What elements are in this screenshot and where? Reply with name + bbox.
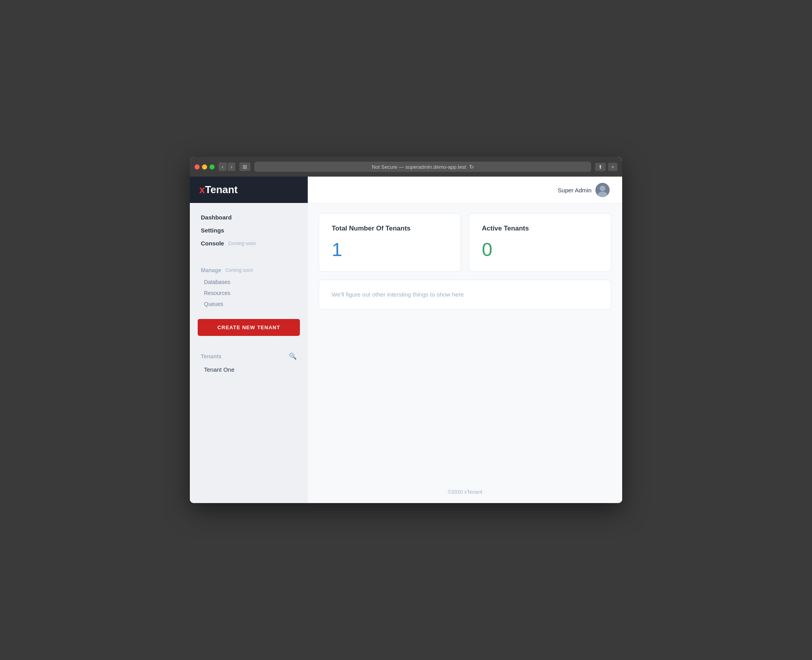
manage-coming-soon: Coming soon [225, 267, 253, 273]
sidebar-footer [190, 428, 308, 503]
manage-section-header: Manage Coming soon [190, 265, 308, 277]
forward-button[interactable]: › [228, 162, 236, 171]
sidebar: xTenant Dashboard Settings Console Comin… [190, 177, 308, 503]
minimize-button[interactable] [202, 164, 207, 170]
sidebar-item-databases[interactable]: Databases [190, 277, 308, 288]
tenants-section-header: Tenants 🔍 [190, 349, 308, 363]
total-tenants-value: 1 [332, 239, 448, 260]
sidebar-nav: Dashboard Settings Console Coming soon [190, 203, 308, 258]
address-text: Not Secure — superadmin.demo-app.test [372, 164, 466, 170]
browser-chrome: ‹ › ⊞ Not Secure — superadmin.demo-app.t… [190, 157, 622, 177]
search-icon: 🔍 [289, 353, 297, 359]
sidebar-item-console[interactable]: Console Coming soon [190, 237, 308, 250]
stats-row: Total Number Of Tenants 1 Active Tenants… [319, 213, 611, 272]
app-container: xTenant Dashboard Settings Console Comin… [190, 177, 622, 503]
share-button[interactable]: ⬆ [595, 163, 606, 171]
footer-text: ©2020 xTenant [448, 489, 482, 495]
reload-button[interactable]: ↻ [469, 164, 474, 170]
sidebar-toggle-button[interactable]: ⊞ [239, 162, 250, 171]
avatar-image [595, 183, 610, 197]
address-bar[interactable]: Not Secure — superadmin.demo-app.test ↻ [254, 162, 591, 172]
create-new-tenant-button[interactable]: CREATE NEW TENANT [198, 319, 300, 336]
total-tenants-title: Total Number Of Tenants [332, 225, 448, 232]
sidebar-item-resources[interactable]: Resources [190, 288, 308, 299]
svg-point-1 [600, 186, 605, 191]
user-info: Super Admin [558, 183, 610, 197]
logo-x: x [199, 184, 205, 195]
active-tenants-card: Active Tenants 0 [469, 213, 611, 272]
total-tenants-card: Total Number Of Tenants 1 [319, 213, 461, 272]
logo: xTenant [199, 184, 238, 196]
close-button[interactable] [195, 164, 200, 170]
sidebar-item-queues[interactable]: Queues [190, 299, 308, 310]
user-name: Super Admin [558, 187, 592, 194]
main-header: Super Admin [308, 177, 622, 204]
dashboard-content: Total Number Of Tenants 1 Active Tenants… [308, 204, 622, 480]
info-card: We'll figure out other intersting things… [319, 280, 611, 310]
sidebar-item-dashboard[interactable]: Dashboard [190, 211, 308, 224]
manage-section: Manage Coming soon Databases Resources Q… [190, 258, 308, 310]
maximize-button[interactable] [209, 164, 215, 170]
sidebar-item-settings[interactable]: Settings [190, 224, 308, 237]
browser-actions: ⬆ + [595, 163, 617, 171]
tenants-section: Tenants 🔍 Tenant One [190, 345, 308, 428]
active-tenants-value: 0 [482, 239, 598, 260]
info-card-text: We'll figure out other intersting things… [332, 291, 464, 298]
main-content: Super Admin Total Number Of Tenants 1 [308, 177, 622, 503]
avatar [595, 183, 610, 197]
nav-buttons: ‹ › [219, 162, 235, 171]
back-button[interactable]: ‹ [219, 162, 227, 171]
console-coming-soon: Coming soon [228, 241, 256, 246]
tenants-label: Tenants [201, 353, 222, 359]
new-tab-button[interactable]: + [608, 163, 617, 171]
active-tenants-title: Active Tenants [482, 225, 598, 232]
traffic-lights [195, 164, 215, 170]
main-footer: ©2020 xTenant [308, 480, 622, 503]
list-item[interactable]: Tenant One [190, 363, 308, 376]
browser-window: ‹ › ⊞ Not Secure — superadmin.demo-app.t… [190, 157, 622, 503]
tenant-search-button[interactable]: 🔍 [289, 352, 297, 360]
sidebar-logo: xTenant [190, 177, 308, 203]
